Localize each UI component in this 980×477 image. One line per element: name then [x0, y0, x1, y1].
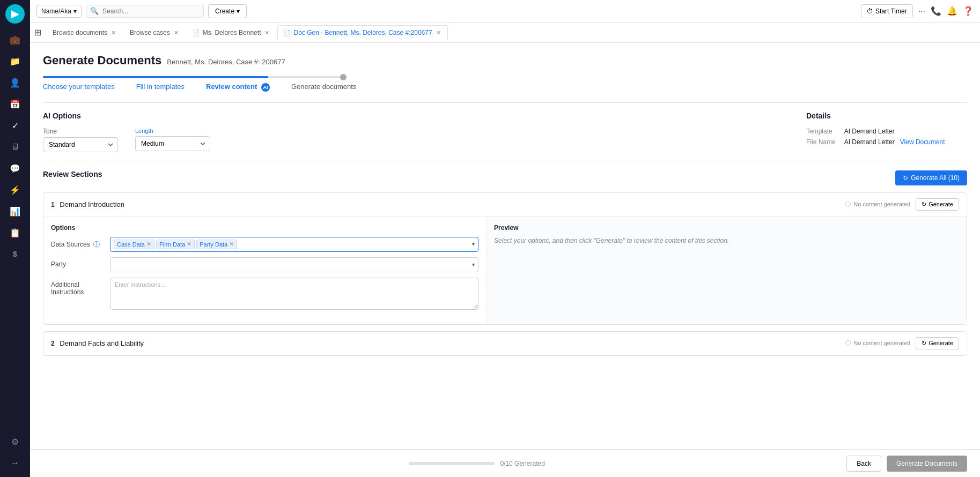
additional-instructions-textarea[interactable] [110, 278, 478, 310]
template-key: Template [806, 128, 836, 135]
party-field-label: Party [51, 257, 105, 268]
generate-all-button[interactable]: ↻ Generate All (10) [895, 170, 967, 185]
view-document-link[interactable]: View Document [900, 138, 945, 146]
section-card-body-1: Options Data Sources ⓘ Case Data ✕ [43, 217, 967, 324]
person-icon[interactable]: 👤 [5, 73, 25, 92]
chevron-down-icon: ▾ [237, 8, 240, 15]
briefcase-icon[interactable]: 💼 [5, 30, 25, 49]
notifications-icon[interactable]: 🔔 [947, 6, 957, 16]
refresh-icon: ↻ [922, 201, 926, 208]
refresh-icon: ↻ [903, 174, 908, 182]
ai-badge: AI [261, 83, 270, 92]
tone-field-group: Tone Standard Formal Casual Assertive [43, 128, 118, 152]
tab-delores-bennett[interactable]: 📄 Ms. Delores Bennett ✕ [187, 25, 277, 40]
tag-party-data: Party Data ✕ [196, 240, 237, 249]
steps-progress-fill [43, 76, 268, 78]
step-choose-templates[interactable]: Choose your templates [43, 83, 115, 92]
step-fill-templates[interactable]: Fill in templates [136, 83, 185, 92]
no-content-label-2: No content generated [845, 340, 910, 346]
chevron-down-icon: ▾ [73, 8, 77, 15]
step-generate-documents[interactable]: Generate documents [291, 83, 356, 92]
name-aka-select[interactable]: Name/Aka ▾ [36, 5, 82, 18]
party-select[interactable]: ▾ [110, 257, 478, 272]
ai-options-heading: AI Options [43, 111, 793, 120]
tone-label: Tone [43, 128, 118, 135]
remove-party-data[interactable]: ✕ [229, 241, 234, 247]
divider2 [43, 161, 967, 161]
generate-button-2[interactable]: ↻ Generate [916, 337, 959, 349]
file-name-key: File Name [806, 138, 836, 146]
chart-icon[interactable]: 📊 [5, 202, 25, 221]
page-content: Generate Documents Bennett, Ms. Delores,… [30, 43, 980, 449]
file-name-val: AI Demand Letter View Document [844, 138, 967, 146]
settings-icon[interactable]: ⚙ [5, 432, 25, 451]
details-grid: Template AI Demand Letter File Name AI D… [806, 128, 967, 146]
steps-dot [340, 74, 347, 80]
tone-select[interactable]: Standard Formal Casual Assertive [43, 137, 118, 152]
calendar-icon[interactable]: 📅 [5, 94, 25, 114]
start-timer-button[interactable]: ⏱ Start Timer [861, 4, 913, 18]
tab-doc-gen[interactable]: 📄 Doc Gen - Bennett, Ms. Delores, Case #… [277, 25, 447, 40]
tabbar: ⊞ Browse documents ✕ Browse cases ✕ 📄 Ms… [30, 23, 980, 43]
section-title-1: Demand Introduction [60, 200, 124, 208]
details-heading: Details [806, 111, 967, 120]
back-button[interactable]: Back [846, 456, 881, 472]
logout-icon[interactable]: → [5, 453, 25, 473]
steps-labels: Choose your templates Fill in templates … [43, 83, 418, 92]
help-icon[interactable]: ❓ [963, 6, 974, 16]
check-circle-icon[interactable]: ✓ [5, 116, 25, 135]
search-input[interactable] [86, 5, 204, 18]
comment-icon[interactable]: 💬 [5, 159, 25, 178]
additional-instructions-label: Additional Instructions [51, 278, 105, 296]
contacts-icon[interactable]: 📋 [5, 223, 25, 242]
options-heading-1: Options [51, 224, 478, 232]
options-column-1: Options Data Sources ⓘ Case Data ✕ [43, 217, 487, 324]
doc-icon: 📄 [193, 29, 200, 36]
template-val: AI Demand Letter [844, 128, 967, 135]
additional-instructions-field-row: Additional Instructions [51, 278, 478, 311]
page-title: Generate Documents [43, 54, 161, 68]
tab-close-doc-gen[interactable]: ✕ [435, 29, 442, 37]
steps-progress-bar [43, 76, 343, 78]
length-select[interactable]: Short Medium Long [135, 136, 210, 151]
generate-button-1[interactable]: ↻ Generate [916, 198, 959, 211]
section-title-2: Demand Facts and Liability [60, 339, 144, 347]
preview-column-1: Preview Select your options, and then cl… [487, 217, 967, 324]
topbar: Name/Aka ▾ 🔍 Create ▾ ⏱ Start Timer ··· … [30, 0, 980, 23]
remove-firm-data[interactable]: ✕ [187, 241, 191, 247]
create-button[interactable]: Create ▾ [208, 4, 247, 18]
step-review-content[interactable]: Review content AI [206, 83, 270, 92]
phone-icon[interactable]: 📞 [931, 6, 941, 16]
preview-text-1: Select your options, and then click "Gen… [494, 237, 959, 244]
data-sources-input[interactable]: Case Data ✕ Firm Data ✕ Party Data ✕ [110, 237, 478, 252]
folder-icon[interactable]: 📁 [5, 51, 25, 71]
data-sources-label: Data Sources ⓘ [51, 237, 105, 249]
remove-case-data[interactable]: ✕ [146, 241, 151, 247]
tab-grid-button[interactable]: ⊞ [34, 27, 41, 38]
steps-container: Choose your templates Fill in templates … [43, 76, 967, 92]
progress-bar-bg [409, 462, 495, 465]
app-logo[interactable]: ▶ [5, 4, 25, 24]
tab-close-browse-documents[interactable]: ✕ [110, 29, 117, 37]
section-card-header-1[interactable]: 1 Demand Introduction No content generat… [43, 193, 967, 217]
ai-options-row: Tone Standard Formal Casual Assertive Le… [43, 128, 793, 152]
dollar-icon[interactable]: $ [5, 244, 25, 264]
info-icon: ⓘ [93, 241, 100, 248]
more-options-button[interactable]: ··· [918, 6, 925, 16]
page-title-row: Generate Documents Bennett, Ms. Delores,… [43, 54, 967, 68]
data-sources-field-row: Data Sources ⓘ Case Data ✕ Firm Data [51, 237, 478, 252]
lightning-icon[interactable]: ⚡ [5, 180, 25, 199]
review-sections-header: Review Sections ↻ Generate All (10) [43, 170, 967, 186]
section-card-header-2[interactable]: 2 Demand Facts and Liability No content … [43, 332, 967, 355]
length-field-group: Length Short Medium Long [135, 128, 210, 151]
tab-browse-cases[interactable]: Browse cases ✕ [124, 25, 186, 40]
tab-browse-documents[interactable]: Browse documents ✕ [47, 25, 123, 40]
data-sources-dropdown-arrow[interactable]: ▾ [472, 241, 475, 247]
party-field-row: Party ▾ [51, 257, 478, 272]
party-select-arrow: ▾ [472, 262, 475, 267]
search-icon: 🔍 [90, 7, 99, 15]
tab-close-delores-bennett[interactable]: ✕ [263, 29, 270, 37]
tag-case-data: Case Data ✕ [114, 240, 154, 249]
tab-close-browse-cases[interactable]: ✕ [173, 29, 180, 37]
monitor-icon[interactable]: 🖥 [5, 137, 25, 156]
